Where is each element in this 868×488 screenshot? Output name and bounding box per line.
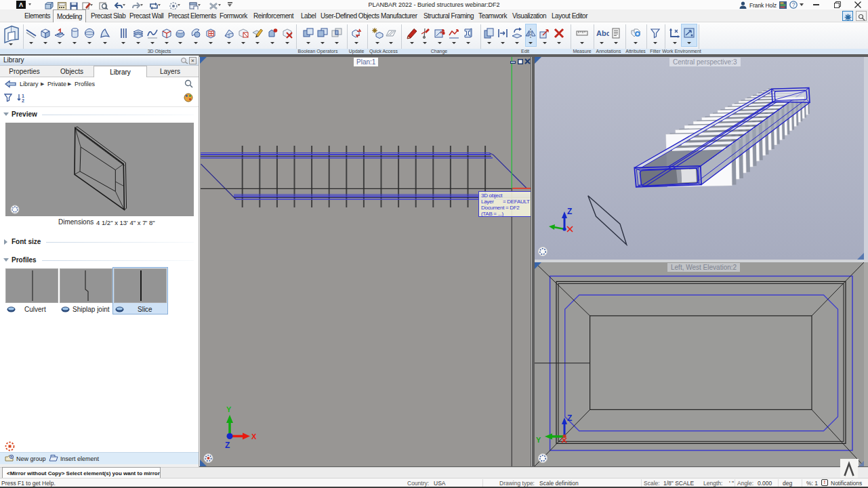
svg-text:Z: Z <box>567 207 572 216</box>
svg-text:Abc: Abc <box>596 29 609 37</box>
svg-text:2: 2 <box>22 98 24 102</box>
svg-text:Z: Z <box>567 413 572 423</box>
svg-text:X: X <box>251 432 257 441</box>
svg-text:?: ? <box>792 1 795 8</box>
svg-text:Y: Y <box>226 405 232 413</box>
svg-text:1: 1 <box>22 94 24 98</box>
svg-text:Y: Y <box>536 436 541 444</box>
svg-text:Z: Z <box>225 441 230 450</box>
